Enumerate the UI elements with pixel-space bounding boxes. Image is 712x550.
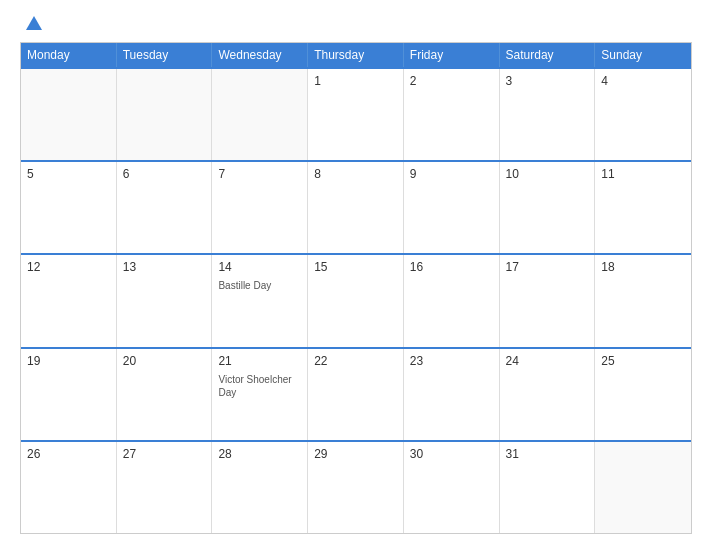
calendar-week: 567891011: [21, 160, 691, 253]
day-number: 25: [601, 354, 685, 368]
calendar-cell: 3: [500, 69, 596, 160]
day-number: 15: [314, 260, 397, 274]
day-number: 17: [506, 260, 589, 274]
calendar-cell: 5: [21, 162, 117, 253]
weekday-header: Saturday: [500, 43, 596, 67]
day-number: 21: [218, 354, 301, 368]
calendar-cell: 8: [308, 162, 404, 253]
calendar-header: MondayTuesdayWednesdayThursdayFridaySatu…: [21, 43, 691, 67]
calendar-cell: 15: [308, 255, 404, 346]
weekday-header: Wednesday: [212, 43, 308, 67]
day-number: 22: [314, 354, 397, 368]
weekday-header: Friday: [404, 43, 500, 67]
calendar-cell: 1: [308, 69, 404, 160]
logo: [20, 16, 42, 32]
calendar-cell: 21Victor Shoelcher Day: [212, 349, 308, 440]
day-number: 29: [314, 447, 397, 461]
day-number: 23: [410, 354, 493, 368]
day-number: 3: [506, 74, 589, 88]
day-number: 8: [314, 167, 397, 181]
calendar-week: 262728293031: [21, 440, 691, 533]
calendar-cell: 20: [117, 349, 213, 440]
calendar-body: 1234567891011121314Bastille Day151617181…: [21, 67, 691, 533]
calendar-cell: 25: [595, 349, 691, 440]
day-number: 11: [601, 167, 685, 181]
calendar-cell: 19: [21, 349, 117, 440]
calendar-cell: [21, 69, 117, 160]
calendar-cell: 23: [404, 349, 500, 440]
calendar-cell: 10: [500, 162, 596, 253]
day-number: 2: [410, 74, 493, 88]
calendar-week: 192021Victor Shoelcher Day22232425: [21, 347, 691, 440]
weekday-header: Monday: [21, 43, 117, 67]
day-number: 13: [123, 260, 206, 274]
calendar-cell: 30: [404, 442, 500, 533]
day-number: 9: [410, 167, 493, 181]
calendar-event: Victor Shoelcher Day: [218, 373, 301, 399]
logo-triangle-icon: [26, 16, 42, 30]
day-number: 31: [506, 447, 589, 461]
day-number: 27: [123, 447, 206, 461]
calendar-cell: 26: [21, 442, 117, 533]
day-number: 1: [314, 74, 397, 88]
calendar-cell: 7: [212, 162, 308, 253]
calendar-cell: 9: [404, 162, 500, 253]
day-number: 28: [218, 447, 301, 461]
calendar-cell: 17: [500, 255, 596, 346]
day-number: 26: [27, 447, 110, 461]
weekday-header: Sunday: [595, 43, 691, 67]
calendar-cell: 6: [117, 162, 213, 253]
calendar-cell: 16: [404, 255, 500, 346]
calendar-cell: 28: [212, 442, 308, 533]
day-number: 16: [410, 260, 493, 274]
weekday-header: Thursday: [308, 43, 404, 67]
day-number: 10: [506, 167, 589, 181]
day-number: 30: [410, 447, 493, 461]
day-number: 7: [218, 167, 301, 181]
day-number: 12: [27, 260, 110, 274]
calendar-event: Bastille Day: [218, 279, 301, 292]
calendar-week: 121314Bastille Day15161718: [21, 253, 691, 346]
calendar-cell: 22: [308, 349, 404, 440]
day-number: 5: [27, 167, 110, 181]
weekday-header: Tuesday: [117, 43, 213, 67]
calendar: MondayTuesdayWednesdayThursdayFridaySatu…: [20, 42, 692, 534]
calendar-cell: 2: [404, 69, 500, 160]
calendar-cell: 4: [595, 69, 691, 160]
calendar-week: 1234: [21, 67, 691, 160]
calendar-cell: [212, 69, 308, 160]
page: MondayTuesdayWednesdayThursdayFridaySatu…: [0, 0, 712, 550]
day-number: 24: [506, 354, 589, 368]
day-number: 20: [123, 354, 206, 368]
calendar-cell: [117, 69, 213, 160]
calendar-cell: 13: [117, 255, 213, 346]
day-number: 6: [123, 167, 206, 181]
header: [20, 16, 692, 32]
calendar-cell: 14Bastille Day: [212, 255, 308, 346]
day-number: 14: [218, 260, 301, 274]
day-number: 18: [601, 260, 685, 274]
calendar-cell: 29: [308, 442, 404, 533]
day-number: 19: [27, 354, 110, 368]
calendar-cell: [595, 442, 691, 533]
calendar-cell: 27: [117, 442, 213, 533]
calendar-cell: 11: [595, 162, 691, 253]
calendar-cell: 12: [21, 255, 117, 346]
day-number: 4: [601, 74, 685, 88]
calendar-cell: 18: [595, 255, 691, 346]
calendar-cell: 24: [500, 349, 596, 440]
calendar-cell: 31: [500, 442, 596, 533]
